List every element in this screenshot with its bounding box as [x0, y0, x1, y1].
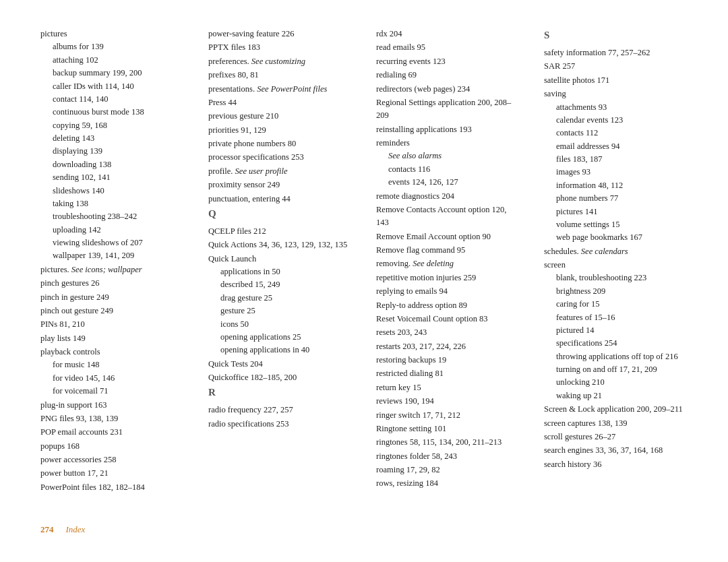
index-entry: Reply-to address option 89 — [376, 299, 520, 312]
index-entry: caring for 15 — [544, 298, 688, 311]
index-entry: satellite photos 171 — [544, 74, 688, 87]
index-entry: See also alarms — [376, 150, 520, 162]
index-entry: previous gesture 210 — [208, 110, 352, 123]
index-entry: contact 114, 140 — [40, 93, 184, 106]
index-entry: PNG files 93, 138, 139 — [40, 412, 184, 425]
index-entry: copying 59, 168 — [40, 119, 184, 132]
index-entry: brightness 209 — [544, 285, 688, 298]
index-entry: Quick Tests 204 — [208, 358, 352, 371]
index-entry: restricted dialing 81 — [376, 367, 520, 380]
index-entry: pictures 141 — [544, 206, 688, 218]
index-entry: pictures. See icons; wallpaper — [40, 263, 184, 276]
index-entry: Screen & Lock application 200, 209–211 — [544, 403, 688, 416]
index-entry: roaming 17, 29, 82 — [376, 464, 520, 476]
index-entry: priorities 91, 129 — [208, 124, 352, 137]
index-entry: backup summary 199, 200 — [40, 67, 184, 80]
index-entry: described 15, 249 — [208, 278, 352, 291]
index-entry: downloading 138 — [40, 158, 184, 171]
footer: 274 Index — [40, 520, 688, 535]
index-entry: ringtones 58, 115, 134, 200, 211–213 — [376, 436, 520, 449]
index-entry: radio frequency 227, 257 — [208, 404, 352, 416]
section-letter-s: S — [544, 30, 688, 41]
index-entry: images 93 — [544, 166, 688, 179]
index-entry: reminders — [376, 137, 520, 150]
index-entry: processor specifications 253 — [208, 151, 352, 164]
index-entry: continuous burst mode 138 — [40, 106, 184, 119]
index-entry: schedules. See calendars — [544, 245, 688, 258]
index-entry: recurring events 123 — [376, 55, 520, 68]
index-col-col2: power-saving feature 226PPTX files 183pr… — [196, 27, 364, 508]
index-entry: scroll gestures 26–27 — [544, 431, 688, 443]
index-entry: contacts 116 — [376, 163, 520, 176]
index-entry: restoring backups 19 — [376, 354, 520, 367]
index-entry: icons 50 — [208, 318, 352, 331]
index-entry: QCELP files 212 — [208, 225, 352, 238]
index-entry: uploading 142 — [40, 224, 184, 237]
section-letter-q: Q — [208, 208, 352, 220]
index-entry: information 48, 112 — [544, 179, 688, 192]
index-entry: albums for 139 — [40, 40, 184, 53]
index-entry: phone numbers 77 — [544, 192, 688, 205]
index-entry: ringer switch 17, 71, 212 — [376, 409, 520, 422]
index-entry: punctuation, entering 44 — [208, 193, 352, 206]
index-entry: Quickoffice 182–185, 200 — [208, 371, 352, 384]
index-entry: power accessories 258 — [40, 454, 184, 466]
index-entry: calendar events 123 — [544, 114, 688, 127]
section-letter-r: R — [208, 387, 352, 398]
index-entry: removing. See deleting — [376, 257, 520, 270]
index-entry: waking up 21 — [544, 389, 688, 402]
index-entry: taking 138 — [40, 197, 184, 210]
index-entry: features of 15–16 — [544, 311, 688, 324]
index-entry: for voicemail 71 — [40, 385, 184, 398]
index-entry: safety information 77, 257–262 — [544, 46, 688, 59]
index-entry: profile. See user profile — [208, 165, 352, 178]
index-entry: power button 17, 21 — [40, 467, 184, 480]
index-entry: attaching 102 — [40, 54, 184, 67]
footer-page-number: 274 — [40, 524, 54, 535]
index-entry: Regional Settings application 200, 208–2… — [376, 96, 520, 123]
index-entry: for music 148 — [40, 358, 184, 371]
index-entry: preferences. See customizing — [208, 55, 352, 68]
index-entry: reviews 190, 194 — [376, 395, 520, 408]
index-entry: search engines 33, 36, 37, 164, 168 — [544, 444, 688, 457]
index-entry: remote diagnostics 204 — [376, 190, 520, 203]
index-entry: presentations. See PowerPoint files — [208, 83, 352, 96]
index-entry: Quick Launch — [208, 253, 352, 266]
footer-index-label: Index — [66, 524, 86, 535]
index-entry: Press 44 — [208, 96, 352, 109]
index-entry: prefixes 80, 81 — [208, 69, 352, 82]
index-entry: drag gesture 25 — [208, 292, 352, 305]
index-entry: pinch gestures 26 — [40, 277, 184, 290]
index-entry: deleting 143 — [40, 132, 184, 145]
index-entry: screen — [544, 259, 688, 272]
index-entry: events 124, 126, 127 — [376, 176, 520, 189]
index-entry: proximity sensor 249 — [208, 179, 352, 191]
index-entry: attachments 93 — [544, 101, 688, 114]
page: picturesalbums for 139attaching 102backu… — [0, 0, 728, 562]
index-entry: files 183, 187 — [544, 153, 688, 166]
index-entry: Remove flag command 95 — [376, 244, 520, 257]
index-entry: popups 168 — [40, 440, 184, 453]
index-entry: SAR 257 — [544, 60, 688, 73]
index-entry: opening applications 25 — [208, 331, 352, 344]
index-entry: saving — [544, 88, 688, 100]
index-entry: pictures — [40, 28, 184, 40]
index-entry: private phone numbers 80 — [208, 137, 352, 150]
index-entry: gesture 25 — [208, 305, 352, 317]
index-entry: play lists 149 — [40, 332, 184, 345]
index-entry: replying to emails 94 — [376, 285, 520, 298]
index-entry: Reset Voicemail Count option 83 — [376, 313, 520, 325]
index-entry: search history 36 — [544, 458, 688, 471]
index-col-col3: rdx 204read emails 95recurring events 12… — [364, 27, 532, 508]
index-entry: Remove Contacts Account option 120, 143 — [376, 204, 520, 230]
index-entry: Quick Actions 34, 36, 123, 129, 132, 135 — [208, 239, 352, 251]
index-entry: troubleshooting 238–242 — [40, 210, 184, 223]
index-col-col1: picturesalbums for 139attaching 102backu… — [40, 27, 196, 508]
index-entry: web page bookmarks 167 — [544, 231, 688, 244]
index-entry: redialing 69 — [376, 69, 520, 82]
index-entry: volume settings 15 — [544, 218, 688, 231]
index-entry: restarts 203, 217, 224, 226 — [376, 340, 520, 353]
index-entry: viewing slideshows of 207 — [40, 237, 184, 249]
index-entry: radio specifications 253 — [208, 418, 352, 431]
index-entry: blank, troubleshooting 223 — [544, 272, 688, 284]
